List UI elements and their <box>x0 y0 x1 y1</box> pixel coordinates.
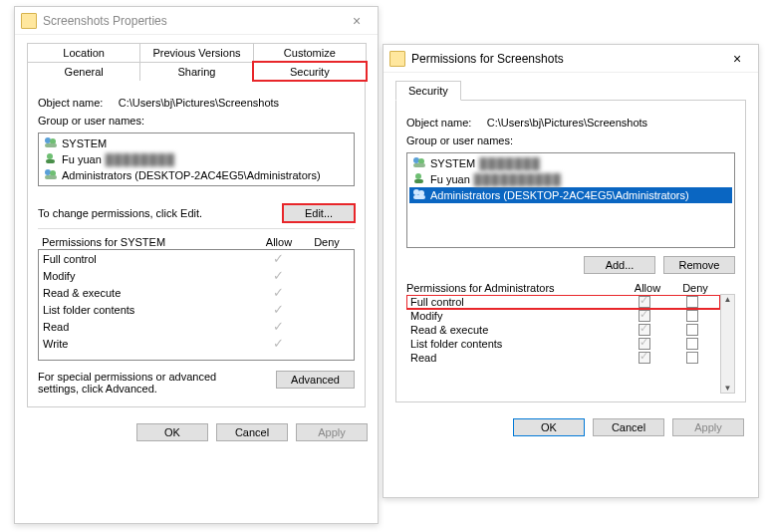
deny-checkbox[interactable] <box>686 338 698 350</box>
svg-point-11 <box>415 173 421 179</box>
chevron-down-icon[interactable]: ▼ <box>724 384 732 393</box>
group-icon <box>44 168 58 182</box>
apply-button[interactable]: Apply <box>672 418 744 436</box>
permission-name: Full control <box>43 253 254 265</box>
permissions-footer: OK Cancel Apply <box>384 412 758 446</box>
security-tab-panel: Object name: C:\Users\bj\Pictures\Screen… <box>27 80 366 407</box>
list-item-label: Fu yuan <box>62 153 102 165</box>
tabs-row-2: General Sharing Security <box>27 62 366 81</box>
group-user-listbox[interactable]: SYSTEM ███████ Fu yuan ██████████ Admini… <box>406 152 735 248</box>
ok-button[interactable]: OK <box>513 418 585 436</box>
object-name-value: C:\Users\bj\Pictures\Screenshots <box>487 117 647 129</box>
permission-row: List folder contents <box>406 337 720 351</box>
allow-checkbox[interactable] <box>639 338 650 350</box>
tab-previous-versions[interactable]: Previous Versions <box>139 43 253 62</box>
svg-rect-10 <box>413 163 425 167</box>
allow-check-icon: ✓ <box>254 302 302 317</box>
tab-sharing[interactable]: Sharing <box>139 62 253 81</box>
list-item[interactable]: SYSTEM <box>41 135 352 151</box>
tab-general[interactable]: General <box>27 62 140 81</box>
properties-window: Screenshots Properties × Location Previo… <box>14 6 379 524</box>
svg-rect-7 <box>45 175 57 179</box>
permission-name: Modify <box>410 310 621 322</box>
allow-checkbox[interactable] <box>639 352 650 364</box>
properties-title: Screenshots Properties <box>43 14 342 28</box>
svg-point-13 <box>413 189 419 195</box>
tab-customize[interactable]: Customize <box>253 43 367 62</box>
cancel-button[interactable]: Cancel <box>593 418 664 436</box>
object-name-row: Object name: C:\Users\bj\Pictures\Screen… <box>38 97 355 109</box>
properties-content: Location Previous Versions Customize Gen… <box>15 35 378 417</box>
allow-check-icon: ✓ <box>254 251 302 266</box>
list-item[interactable]: Administrators (DESKTOP-2AC4EG5\Administ… <box>41 167 352 183</box>
permission-name: Read <box>410 352 621 364</box>
allow-header: Allow <box>255 236 303 248</box>
change-permissions-hint: To change permissions, click Edit. <box>38 207 202 219</box>
add-button[interactable]: Add... <box>584 256 655 274</box>
list-item-label: Fu yuan <box>430 173 470 185</box>
folder-icon <box>21 13 37 29</box>
permission-name: Read & execute <box>410 324 621 336</box>
allow-check-icon: ✓ <box>254 285 302 300</box>
group-user-listbox[interactable]: SYSTEM Fu yuan ████████ Administrators <box>38 133 355 186</box>
permission-row: List folder contents ✓ <box>39 301 354 318</box>
tab-security[interactable]: Security <box>253 62 367 81</box>
properties-footer: OK Cancel Apply <box>15 417 378 451</box>
cancel-button[interactable]: Cancel <box>216 423 288 441</box>
group-names-label: Group or user names: <box>38 115 355 127</box>
svg-point-3 <box>47 153 53 159</box>
edit-button[interactable]: Edit... <box>283 204 355 222</box>
svg-rect-2 <box>45 143 57 147</box>
deny-checkbox[interactable] <box>686 324 698 336</box>
allow-check-icon: ✓ <box>254 336 302 351</box>
tab-location[interactable]: Location <box>27 43 140 62</box>
permission-row: Modify <box>406 309 720 323</box>
permission-name: Read & execute <box>43 287 254 299</box>
list-item-selected[interactable]: Administrators (DESKTOP-2AC4EG5\Administ… <box>409 187 732 203</box>
permissions-content: Security Object name: C:\Users\bj\Pictur… <box>384 73 758 412</box>
group-icon <box>44 136 58 150</box>
deny-checkbox[interactable] <box>686 310 698 322</box>
permission-row: Read & execute <box>406 323 720 337</box>
close-icon[interactable]: × <box>722 51 752 67</box>
deny-checkbox[interactable] <box>686 352 698 364</box>
allow-check-icon: ✓ <box>254 268 302 283</box>
permissions-titlebar: Permissions for Screenshots × <box>384 45 758 73</box>
svg-point-5 <box>45 169 51 175</box>
scrollbar-vertical[interactable]: ▲ ▼ <box>720 294 735 394</box>
permission-row: Write ✓ <box>39 335 354 352</box>
deny-header: Deny <box>671 282 719 294</box>
user-icon <box>44 152 58 166</box>
permissions-header: Permissions for SYSTEM Allow Deny <box>38 235 355 249</box>
list-item[interactable]: Fu yuan ██████████ <box>409 171 732 187</box>
permissions-table: Full control Modify Read & execute <box>406 294 720 394</box>
object-name-row: Object name: C:\Users\bj\Pictures\Screen… <box>406 117 735 129</box>
remove-button[interactable]: Remove <box>663 256 735 274</box>
deny-checkbox[interactable] <box>686 296 698 308</box>
apply-button[interactable]: Apply <box>296 423 368 441</box>
ok-button[interactable]: OK <box>136 423 208 441</box>
list-item-label: Administrators (DESKTOP-2AC4EG5\Administ… <box>62 169 321 181</box>
chevron-up-icon[interactable]: ▲ <box>724 295 732 304</box>
permission-name: List folder contents <box>43 304 254 316</box>
svg-rect-15 <box>413 195 425 199</box>
permission-name: List folder contents <box>410 338 621 350</box>
allow-checkbox[interactable] <box>639 324 650 336</box>
permission-row: Full control ✓ <box>39 250 354 267</box>
permissions-table: Full control ✓ Modify ✓ Read & execute ✓… <box>38 249 355 361</box>
group-icon <box>412 188 426 202</box>
folder-icon <box>389 51 405 67</box>
svg-rect-4 <box>46 159 55 163</box>
close-icon[interactable]: × <box>342 13 372 29</box>
list-item[interactable]: SYSTEM ███████ <box>409 155 732 171</box>
object-name-label: Object name: <box>406 117 471 129</box>
list-item[interactable]: Fu yuan ████████ <box>41 151 352 167</box>
user-icon <box>412 172 426 186</box>
advanced-button[interactable]: Advanced <box>276 371 355 389</box>
tab-security[interactable]: Security <box>395 81 461 101</box>
permission-row: Read ✓ <box>39 318 354 335</box>
permission-name: Full control <box>410 296 621 308</box>
allow-checkbox[interactable] <box>639 310 650 322</box>
allow-check-icon: ✓ <box>254 319 302 334</box>
allow-checkbox[interactable] <box>639 296 650 308</box>
